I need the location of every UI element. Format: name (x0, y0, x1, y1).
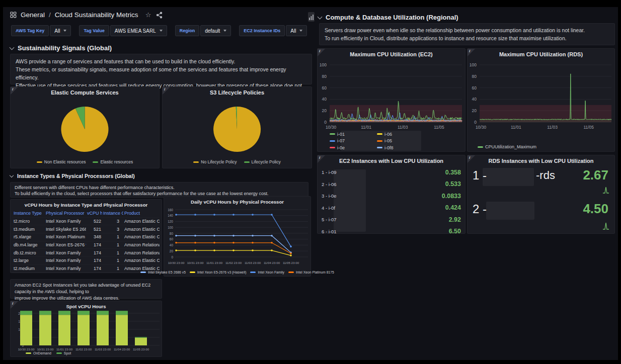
legend-item[interactable]: i-0e (330, 144, 377, 151)
table-cell: 1 (102, 242, 123, 247)
filter-label[interactable]: Region (175, 25, 200, 36)
legend-item[interactable]: i-06 (377, 131, 394, 138)
table-cell: db.t2.micro (13, 250, 45, 255)
stat-row[interactable]: 1 - i-090.358 (322, 166, 461, 178)
legend-item[interactable]: i-07 (330, 138, 377, 145)
filter-value-dropdown[interactable]: All (50, 25, 71, 36)
svg-text:100: 100 (168, 226, 173, 229)
legend-item[interactable]: Intel Xeon Family (250, 270, 284, 274)
grafana-dashboard: General / Cloud Sustainability Metrics ☆… (0, 0, 621, 364)
table-row[interactable]: t2.mediumIntel Xeon Family1741Amazon Ela… (13, 265, 160, 273)
instance-label: 5 - i-07 (322, 217, 337, 222)
panel-rds-low-cpu: i RDS Instances with Low CPU Utilization… (467, 155, 615, 234)
legend-dash (26, 352, 31, 354)
legend-dash (250, 271, 256, 273)
column-header[interactable]: Product (123, 211, 160, 216)
legend-item[interactable]: Intel Xeon E5-2676 v3 (Haswell) (190, 270, 246, 274)
panel-spot-text: Amazon EC2 Spot Instances let you take a… (10, 279, 162, 299)
legend-dash (330, 133, 335, 135)
table-cell: Amazon Elastic Compute... (123, 234, 160, 239)
chart-legend: CPUUtilization_Maximum (478, 144, 536, 149)
section-compute-db-utilization[interactable]: Compute & Database Utilization (Regional… (318, 14, 458, 21)
table-cell: 174 (86, 258, 102, 263)
stat-row[interactable]: 2 - i-060.533 (322, 178, 461, 191)
legend-item[interactable]: Intel Xeon Platinum 8175 (288, 270, 334, 274)
filter-label[interactable]: EC2 Instance IDs (239, 25, 285, 36)
s3-lifecycle-pie-chart[interactable] (163, 98, 312, 154)
legend-item[interactable]: Elastic resources (93, 159, 133, 164)
stat-row[interactable]: 3 - i-0e0.0833 (322, 190, 461, 202)
instance-label: 6 - i-01 (322, 229, 337, 234)
filter-value-dropdown[interactable]: All (286, 25, 307, 36)
breadcrumb-folder[interactable]: General (21, 11, 45, 19)
table-row[interactable]: db.t2.microIntel Xeon Family1741Amazon R… (13, 249, 160, 257)
panel-elastic-compute-pie: i Elastic Compute Services Non Elastic r… (10, 86, 160, 168)
legend-label: OnDemand (33, 351, 51, 355)
section-instance-types[interactable]: Instance Types & Physical Processors (Gl… (10, 173, 135, 179)
chart-legend: i-01i-07i-0ei-06i-05i-0f8 (330, 131, 394, 151)
legend-label: No Lifecycle Policy (201, 159, 237, 164)
stat-row[interactable]: 6 - i-016.50 (322, 226, 461, 238)
legend-item[interactable]: i-01 (330, 131, 377, 138)
filter-label[interactable]: Tag Value (79, 25, 109, 36)
ec2-utilization-chart[interactable]: 02040608010010/3011/0111/0311/05 (318, 57, 465, 132)
legend-dash (288, 271, 294, 273)
table-cell: 1 (102, 266, 123, 271)
star-icon[interactable]: ☆ (145, 11, 151, 19)
svg-text:80: 80 (322, 74, 327, 79)
panel-sustainability-text: AWS provide a range of services and feat… (10, 54, 312, 84)
table-row[interactable]: t3.mediumIntel Skylake E5 2686 ...5213Am… (13, 225, 160, 233)
filter-value-dropdown[interactable]: default (200, 25, 231, 36)
table-row[interactable]: t2.microIntel Xeon Family5223Amazon Elas… (13, 218, 160, 226)
redacted-region (483, 168, 534, 186)
share-icon[interactable] (156, 12, 163, 19)
scroll-indicator-icon[interactable] (308, 12, 315, 22)
daily-vcpu-line-chart[interactable]: 02040608010012014016010/30 23:0010/31 23… (164, 205, 310, 269)
column-header[interactable]: Instance Co (102, 211, 123, 216)
legend-item[interactable]: CPUUtilization_Maximum (478, 144, 536, 149)
table-cell: 174 (86, 266, 102, 271)
svg-text:11/01: 11/01 (361, 125, 371, 130)
filter-label[interactable]: AWS Tag Key (11, 25, 49, 36)
dashboards-grid-icon[interactable] (10, 12, 17, 18)
table-cell: 1 (102, 250, 123, 255)
legend-item[interactable]: No Lifecycle Policy (193, 159, 237, 164)
legend-label: Intel Xeon E5-2676 v3 (Haswell) (197, 270, 246, 274)
elastic-compute-pie-chart[interactable] (11, 98, 159, 154)
legend-item[interactable]: OnDemand (26, 351, 51, 355)
panel-daily-vcpu-chart: Daily vCPU Hours by Physical Processor 0… (164, 196, 311, 277)
table-row[interactable]: db.m4.largeIntel Xeon E5-2676 v3 ...1741… (13, 241, 160, 249)
legend-item[interactable]: Lifecycle Policy (244, 159, 281, 164)
legend-item[interactable]: i-05 (377, 138, 394, 145)
column-header[interactable]: Instance Type (13, 211, 45, 216)
spot-vcpu-bar-chart[interactable]: 05010015020010/30 23:0010/31 23:0011/01 … (11, 308, 162, 352)
svg-text:20: 20 (170, 249, 174, 253)
table-row[interactable]: r5.xlargeIntel Xeon Platinum 8...3481Ama… (13, 233, 160, 241)
svg-text:10/30: 10/30 (476, 125, 487, 130)
column-header[interactable]: Physical Processor (45, 211, 86, 216)
panel-title: vCPU Hours by Instance Type and Physical… (11, 200, 162, 208)
chevron-down-icon (10, 173, 14, 177)
table-row[interactable]: t2.largeIntel Xeon Family1741Amazon Elas… (13, 257, 160, 265)
svg-text:11/01: 11/01 (511, 125, 521, 130)
legend-item[interactable]: Spot (56, 351, 71, 355)
filter-value-dropdown[interactable]: AWS EMEA SARL (110, 25, 167, 36)
svg-text:11/03: 11/03 (547, 125, 558, 130)
chevron-down-icon (223, 30, 226, 32)
table-cell: Intel Skylake E5 2686 ... (45, 227, 86, 232)
section-title: Compute & Database Utilization (Regional… (326, 14, 458, 21)
section-sustainability-signals[interactable]: Sustainability Signals (Global) (10, 44, 112, 52)
utilization-value: 4.50 (583, 201, 608, 217)
column-header[interactable]: vCPU hours (86, 211, 102, 216)
legend-item[interactable]: Intel Skylake E5 2686 v5 (140, 270, 186, 274)
legend-item[interactable]: Non Elastic resources (37, 159, 86, 164)
redacted-region (486, 202, 534, 220)
rds-utilization-chart[interactable]: 02040608010010/3011/0111/0311/05 (468, 57, 614, 132)
chevron-down-icon (318, 15, 323, 20)
stat-row[interactable]: 4 - i-0f0.424 (322, 202, 461, 214)
instance-label: 1 - i-09 (322, 169, 337, 175)
stat-row[interactable]: 5 - i-072.92 (322, 214, 461, 226)
table-cell: t3.medium (13, 227, 45, 232)
panel-title: EC2 Instances with Low CPU Utilization (318, 155, 465, 164)
legend-item[interactable]: i-0f8 (377, 144, 394, 151)
